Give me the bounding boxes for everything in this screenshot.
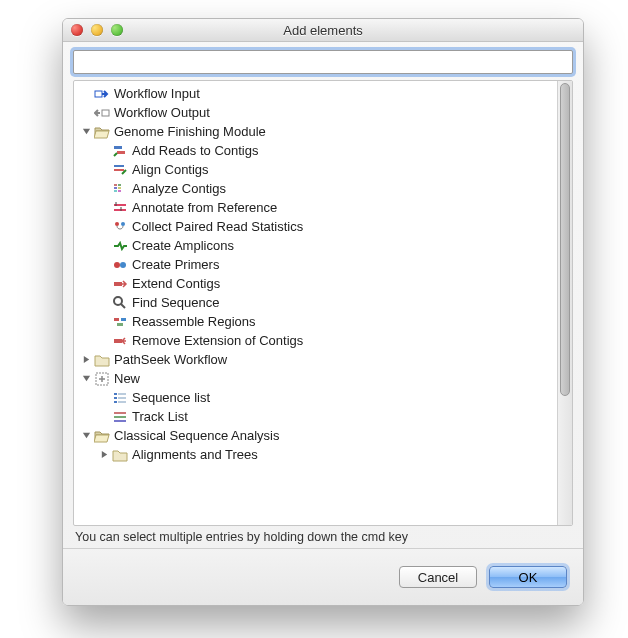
tree-item-label: Genome Finishing Module	[114, 122, 266, 141]
tree-item-label: Align Contigs	[132, 160, 209, 179]
tree-item[interactable]: PathSeek Workflow	[76, 350, 557, 369]
tree-item[interactable]: Remove Extension of Contigs	[76, 331, 557, 350]
analyze-icon	[112, 181, 128, 197]
new-icon	[94, 371, 110, 387]
titlebar[interactable]: Add elements	[63, 19, 583, 42]
tree-item[interactable]: Classical Sequence Analysis	[76, 426, 557, 445]
element-tree[interactable]: Workflow InputWorkflow OutputGenome Fini…	[74, 81, 557, 525]
disclosure-closed-icon[interactable]	[98, 449, 110, 461]
tree-scrollbar[interactable]	[557, 81, 572, 525]
tree-item-label: Alignments and Trees	[132, 445, 258, 464]
tree-item-label: Find Sequence	[132, 293, 219, 312]
tree-item[interactable]: Find Sequence	[76, 293, 557, 312]
tree-item-label: Collect Paired Read Statistics	[132, 217, 303, 236]
tree-item[interactable]: Alignments and Trees	[76, 445, 557, 464]
add-reads-icon	[112, 143, 128, 159]
tree-item[interactable]: Align Contigs	[76, 160, 557, 179]
workflow-input-icon	[94, 86, 110, 102]
tree-item-label: New	[114, 369, 140, 388]
tree-item[interactable]: Add Reads to Contigs	[76, 141, 557, 160]
close-icon[interactable]	[71, 24, 83, 36]
find-icon	[112, 295, 128, 311]
tree-item[interactable]: Create Primers	[76, 255, 557, 274]
tree-item-label: Workflow Output	[114, 103, 210, 122]
tree-item-label: Reassemble Regions	[132, 312, 256, 331]
tree-item[interactable]: Sequence list	[76, 388, 557, 407]
tree-item-label: Create Amplicons	[132, 236, 234, 255]
tree-item-label: PathSeek Workflow	[114, 350, 227, 369]
tree-item-label: Sequence list	[132, 388, 210, 407]
extend-icon	[112, 276, 128, 292]
scrollbar-thumb[interactable]	[560, 83, 570, 396]
workflow-output-icon	[94, 105, 110, 121]
folder-open-icon	[94, 428, 110, 444]
tree-item[interactable]: Extend Contigs	[76, 274, 557, 293]
tree-item[interactable]: Collect Paired Read Statistics	[76, 217, 557, 236]
collect-icon	[112, 219, 128, 235]
tree-item-label: Extend Contigs	[132, 274, 220, 293]
dialog-body: Workflow InputWorkflow OutputGenome Fini…	[63, 42, 583, 548]
tree-item[interactable]: Annotate from Reference	[76, 198, 557, 217]
tree-item-label: Classical Sequence Analysis	[114, 426, 279, 445]
tree-item[interactable]: Workflow Output	[76, 103, 557, 122]
tree-item[interactable]: Reassemble Regions	[76, 312, 557, 331]
hint-text: You can select multiple entries by holdi…	[73, 526, 573, 544]
tree-item-label: Add Reads to Contigs	[132, 141, 258, 160]
tree-item-label: Remove Extension of Contigs	[132, 331, 303, 350]
tree-item-label: Track List	[132, 407, 188, 426]
remove-ext-icon	[112, 333, 128, 349]
tree-container: Workflow InputWorkflow OutputGenome Fini…	[73, 80, 573, 526]
cancel-button[interactable]: Cancel	[399, 566, 477, 588]
seqlist-icon	[112, 390, 128, 406]
folder-open-icon	[94, 124, 110, 140]
annotate-icon	[112, 200, 128, 216]
tree-item[interactable]: Create Amplicons	[76, 236, 557, 255]
dialog-footer: Cancel OK	[63, 548, 583, 605]
amplicons-icon	[112, 238, 128, 254]
window-controls	[71, 24, 123, 36]
zoom-icon[interactable]	[111, 24, 123, 36]
minimize-icon[interactable]	[91, 24, 103, 36]
tree-item[interactable]: Workflow Input	[76, 84, 557, 103]
tree-item[interactable]: Analyze Contigs	[76, 179, 557, 198]
folder-icon	[112, 447, 128, 463]
tree-item[interactable]: Genome Finishing Module	[76, 122, 557, 141]
disclosure-open-icon[interactable]	[80, 430, 92, 442]
tree-item-label: Annotate from Reference	[132, 198, 277, 217]
disclosure-open-icon[interactable]	[80, 373, 92, 385]
primers-icon	[112, 257, 128, 273]
reassemble-icon	[112, 314, 128, 330]
tree-item[interactable]: Track List	[76, 407, 557, 426]
ok-button[interactable]: OK	[489, 566, 567, 588]
window-title: Add elements	[63, 23, 583, 38]
tree-item-label: Create Primers	[132, 255, 219, 274]
align-icon	[112, 162, 128, 178]
search-input[interactable]	[73, 50, 573, 74]
tree-item-label: Analyze Contigs	[132, 179, 226, 198]
dialog-window: Add elements Workflow InputWorkflow Outp…	[62, 18, 584, 606]
tracklist-icon	[112, 409, 128, 425]
folder-icon	[94, 352, 110, 368]
disclosure-open-icon[interactable]	[80, 126, 92, 138]
disclosure-closed-icon[interactable]	[80, 354, 92, 366]
tree-item-label: Workflow Input	[114, 84, 200, 103]
tree-item[interactable]: New	[76, 369, 557, 388]
